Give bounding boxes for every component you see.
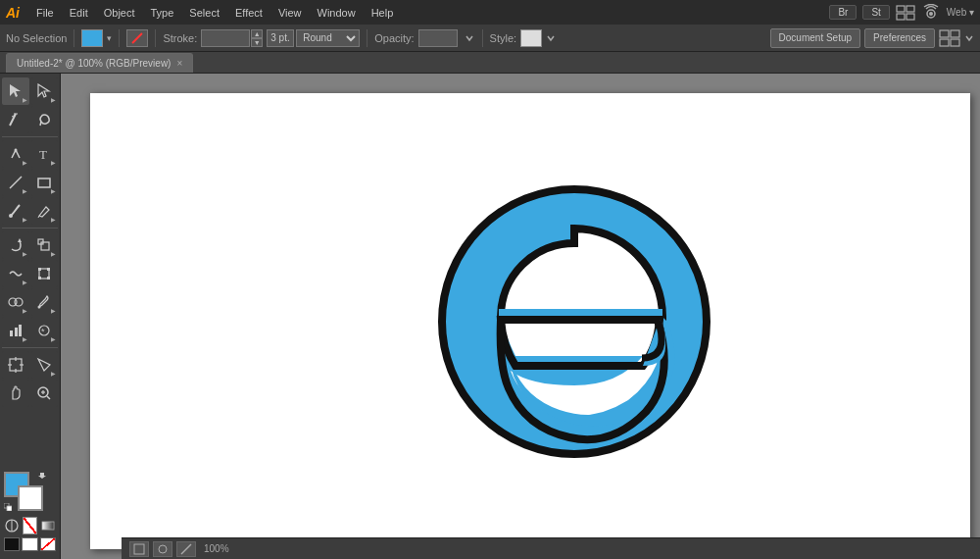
no-fill-icon[interactable] <box>23 517 38 534</box>
svg-rect-33 <box>19 325 22 336</box>
status-tool-1[interactable] <box>129 541 149 557</box>
style-swatch[interactable] <box>520 29 542 47</box>
artboard-tool[interactable] <box>2 351 29 379</box>
free-transform-tool[interactable] <box>31 260 59 287</box>
eyedropper-tool[interactable]: ▶ <box>31 288 59 316</box>
none-swatch[interactable] <box>40 537 56 551</box>
line-tool[interactable]: ▶ <box>2 169 29 196</box>
stock-btn[interactable]: St <box>862 5 889 20</box>
grid-icon[interactable] <box>896 5 915 21</box>
menu-type[interactable]: Type <box>144 5 181 21</box>
rotate-tool[interactable]: ▶ <box>2 231 29 259</box>
canvas-document <box>90 93 970 549</box>
zoom-indicator: 100% <box>204 543 229 554</box>
menu-window[interactable]: Window <box>311 5 363 21</box>
svg-line-13 <box>40 122 41 126</box>
pen-tool[interactable]: ▶ <box>2 140 29 168</box>
document-setup-btn[interactable]: Document Setup <box>770 28 861 48</box>
stroke-label: Stroke: <box>163 32 197 44</box>
default-colors-icon[interactable] <box>4 503 12 511</box>
stroke-up[interactable]: ▲ <box>251 29 263 38</box>
color-icon[interactable] <box>4 517 20 534</box>
menu-view[interactable]: View <box>271 5 309 21</box>
gradient-icon[interactable] <box>40 517 56 534</box>
tool-row-1: ▶ ▶ <box>2 77 58 105</box>
svg-point-29 <box>15 298 23 306</box>
color-row <box>4 537 56 551</box>
black-swatch[interactable] <box>4 537 20 551</box>
menu-select[interactable]: Select <box>182 5 226 21</box>
color-swatches <box>2 468 58 555</box>
zoom-tool[interactable] <box>31 380 59 407</box>
status-tool-3[interactable] <box>176 541 196 557</box>
svg-rect-7 <box>951 30 959 37</box>
style-arrow[interactable] <box>546 33 556 43</box>
sep4 <box>367 29 368 47</box>
tool-row-3: ▶ T ▶ <box>2 140 58 168</box>
preferences-btn[interactable]: Preferences <box>864 28 935 48</box>
tab-close-btn[interactable]: × <box>176 58 182 69</box>
canvas-area[interactable]: 100% <box>61 74 980 559</box>
shape-builder-tool[interactable]: ▶ <box>2 288 29 316</box>
pencil-tool[interactable]: ▶ <box>31 197 59 225</box>
svg-rect-8 <box>940 39 949 46</box>
stroke-arrows: ▲ ▼ <box>251 29 263 47</box>
type-tool[interactable]: T ▶ <box>31 140 59 168</box>
direct-selection-tool[interactable]: ▶ <box>31 77 59 105</box>
svg-rect-32 <box>15 328 18 336</box>
svg-point-14 <box>14 149 17 152</box>
magic-wand-tool[interactable] <box>2 106 29 133</box>
paintbrush-tool[interactable]: ▶ <box>2 197 29 225</box>
tool-row-11 <box>2 380 58 407</box>
rectangle-tool[interactable]: ▶ <box>31 169 59 196</box>
svg-rect-31 <box>10 330 13 336</box>
graph-tool[interactable]: ▶ <box>2 317 29 344</box>
stroke-icon[interactable] <box>126 29 148 47</box>
svg-rect-26 <box>38 277 41 280</box>
tab-title: Untitled-2* @ 100% (RGB/Preview) <box>17 58 171 69</box>
workspace-arrow[interactable] <box>964 33 974 43</box>
tool-row-6: ▶ ▶ <box>2 231 58 259</box>
artwork <box>432 175 716 469</box>
svg-rect-0 <box>897 6 905 12</box>
web-label[interactable]: Web ▾ <box>947 7 974 18</box>
menu-right-icons: Br St Web ▾ <box>829 4 974 22</box>
menu-file[interactable]: File <box>29 5 61 21</box>
warp-tool[interactable]: ▶ <box>2 260 29 287</box>
menu-object[interactable]: Object <box>97 5 142 21</box>
opacity-input[interactable]: 100% <box>418 29 458 47</box>
selection-tool[interactable]: ▶ <box>2 77 29 105</box>
stroke-weight-input[interactable] <box>201 29 250 47</box>
stroke-down[interactable]: ▼ <box>251 38 263 47</box>
background-swatch[interactable] <box>18 485 43 511</box>
opacity-arrow[interactable] <box>464 32 475 44</box>
menu-edit[interactable]: Edit <box>63 5 95 21</box>
status-tools <box>129 541 196 557</box>
sep3 <box>155 29 156 47</box>
svg-rect-25 <box>47 268 50 271</box>
svg-marker-20 <box>18 238 22 242</box>
stroke-pt-input[interactable] <box>267 29 294 47</box>
symbol-tool[interactable]: * ▶ <box>31 317 59 344</box>
status-tool-2[interactable] <box>153 541 172 557</box>
bridge-btn[interactable]: Br <box>829 5 857 20</box>
workspace-icon[interactable] <box>939 29 960 47</box>
main-area: ▶ ▶ ▶ T ▶ <box>0 74 980 559</box>
hand-tool[interactable] <box>2 380 29 407</box>
fill-color-arrow[interactable]: ▾ <box>107 33 112 43</box>
white-swatch[interactable] <box>22 537 37 551</box>
stroke-type-select[interactable]: Round Miter Bevel <box>296 29 360 47</box>
menu-help[interactable]: Help <box>365 5 401 21</box>
svg-rect-1 <box>906 6 914 12</box>
svg-point-5 <box>929 12 933 16</box>
broadcast-icon[interactable] <box>921 4 941 22</box>
lasso-tool[interactable] <box>31 106 59 133</box>
svg-rect-46 <box>7 506 12 511</box>
svg-rect-27 <box>47 277 50 280</box>
swap-colors-icon[interactable] <box>37 472 47 482</box>
document-tab[interactable]: Untitled-2* @ 100% (RGB/Preview) × <box>6 53 193 73</box>
fill-color[interactable] <box>81 29 103 47</box>
menu-effect[interactable]: Effect <box>228 5 270 21</box>
scale-tool[interactable]: ▶ <box>31 231 59 259</box>
slice-tool[interactable]: ▶ <box>31 351 59 379</box>
